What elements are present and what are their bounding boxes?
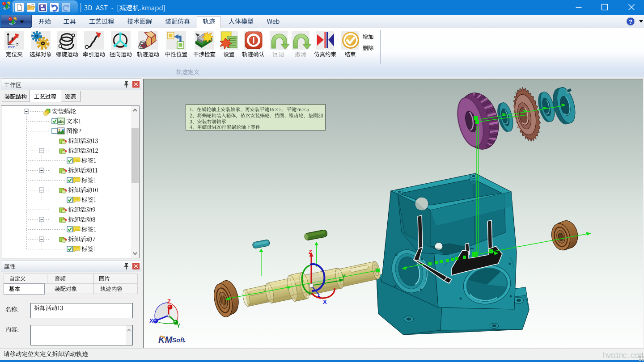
svg-text:abc: abc <box>58 119 65 124</box>
svg-text:X: X <box>323 299 327 305</box>
svg-text:Z: Z <box>309 248 312 255</box>
svg-text:?: ? <box>629 18 632 25</box>
svg-text:Y: Y <box>342 273 346 280</box>
svg-text:XYZ: XYZ <box>7 45 15 49</box>
svg-text:X: X <box>149 317 153 324</box>
svg-text:Soft: Soft <box>172 337 185 344</box>
svg-text:Z: Z <box>167 298 171 305</box>
svg-text:Y: Y <box>177 323 180 329</box>
